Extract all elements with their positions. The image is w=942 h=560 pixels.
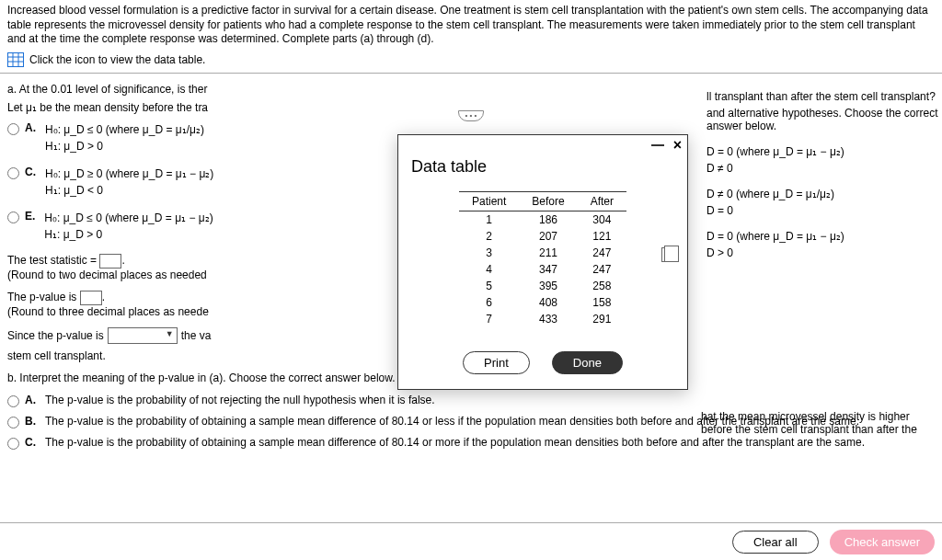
round-three-note: (Round to three decimal places as neede <box>7 305 394 318</box>
copy-icon[interactable] <box>661 247 674 262</box>
stem-line: stem cell transplant. <box>7 349 394 362</box>
frag-b1: D = 0 (where μ_D = μ₁ − μ₂) <box>706 143 942 160</box>
data-table: PatientBeforeAfter 118630422071213211247… <box>459 191 626 327</box>
table-row: 2207121 <box>459 228 626 245</box>
clear-all-button[interactable]: Clear all <box>732 531 819 554</box>
close-icon[interactable]: × <box>673 139 682 152</box>
intro-text: Increased blood vessel formulation is a … <box>0 0 942 51</box>
part-a-right2: and alternative hypotheses. Choose the c… <box>706 107 942 132</box>
partb-A-radio[interactable] <box>7 395 19 407</box>
frag-d1: D ≠ 0 (where μ_D = μ₁/μ₂) <box>706 186 942 202</box>
table-row: 7433291 <box>459 311 626 327</box>
check-answer-button[interactable]: Check answer <box>830 530 935 554</box>
pvalue-input[interactable] <box>80 291 102 305</box>
option-A-label: A. <box>25 121 36 134</box>
table-header: Patient <box>459 192 519 211</box>
option-E-text: H₀: μ_D ≤ 0 (where μ_D = μ₁ − μ₂)H₁: μ_D… <box>44 210 213 243</box>
since-right-text: hat the mean microvessel density is high… <box>701 410 936 436</box>
partb-C-radio[interactable] <box>7 438 19 450</box>
print-button[interactable]: Print <box>463 351 530 374</box>
minimize-icon[interactable] <box>651 144 664 146</box>
partb-B-radio[interactable] <box>7 417 19 429</box>
table-header: After <box>578 192 626 211</box>
frag-f2: D > 0 <box>706 245 942 261</box>
pvalue-label: The p-value is <box>7 291 80 303</box>
option-A-text: H₀: μ_D ≤ 0 (where μ_D = μ₁/μ₂)H₁: μ_D >… <box>45 121 204 154</box>
table-row: 5395258 <box>459 278 626 294</box>
since-select[interactable] <box>108 327 178 344</box>
partb-C-text: The p-value is the probability of obtain… <box>45 436 865 449</box>
since-left: Since the p-value is <box>7 329 104 342</box>
option-E-label: E. <box>25 210 35 223</box>
option-A-radio[interactable] <box>7 123 19 135</box>
option-C-radio[interactable] <box>7 167 19 179</box>
data-table-icon[interactable] <box>7 52 24 67</box>
test-stat-input[interactable] <box>99 254 121 269</box>
modal-title: Data table <box>398 155 687 186</box>
frag-f1: D = 0 (where μ_D = μ₁ − μ₂) <box>706 228 942 245</box>
option-C-text: H₀: μ_D ≥ 0 (where μ_D = μ₁ − μ₂)H₁: μ_D… <box>45 166 213 199</box>
since-mid: the va <box>181 329 212 342</box>
option-C-label: C. <box>25 166 36 178</box>
data-table-modal: × Data table PatientBeforeAfter 11863042… <box>397 134 688 390</box>
table-row: 3211247 <box>459 245 626 261</box>
frag-b2: D ≠ 0 <box>706 160 942 177</box>
option-E-radio[interactable] <box>7 211 19 223</box>
table-header: Before <box>519 192 577 211</box>
partb-A-text: The p-value is the probability of not re… <box>45 394 435 406</box>
part-a-right1: ll transplant than after the stem cell t… <box>706 90 942 103</box>
done-button[interactable]: Done <box>552 351 623 374</box>
table-row: 6408158 <box>459 294 626 311</box>
test-stat-label: The test statistic = <box>7 254 99 267</box>
svg-rect-0 <box>8 52 24 66</box>
table-row: 1186304 <box>459 211 626 229</box>
round-two-note: (Round to two decimal places as needed <box>7 269 394 281</box>
icon-row-label: Click the icon to view the data table. <box>29 53 205 66</box>
table-row: 4347247 <box>459 261 626 278</box>
frag-d2: D = 0 <box>706 202 942 219</box>
